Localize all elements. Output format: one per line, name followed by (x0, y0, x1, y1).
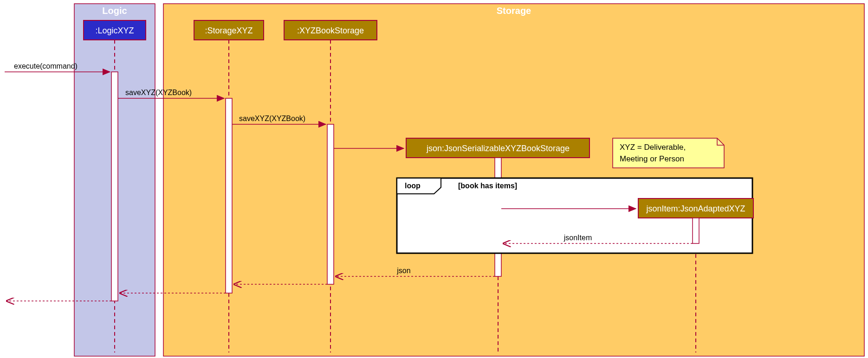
loop-guard: [book has items] (458, 182, 517, 190)
msg-jsonitem-label: jsonItem (564, 234, 592, 242)
activation-storagexyz (226, 98, 232, 293)
participant-logicxyz-label: :LogicXYZ (95, 26, 134, 35)
loop-label: loop (405, 182, 421, 190)
msg-json-label: json (396, 267, 410, 275)
storage-frame-title: Storage (497, 6, 531, 16)
activation-jsonadapted (693, 218, 699, 243)
participant-jsonserializable-label: json:JsonSerializableXYZBookStorage (426, 144, 570, 153)
note-line1: XYZ = Deliverable, (620, 143, 686, 152)
sequence-diagram: Logic Storage :LogicXYZ :StorageXYZ :XYZ… (0, 0, 868, 358)
activation-logicxyz (111, 72, 118, 301)
msg-execute-label: execute(command) (14, 62, 78, 70)
participant-xyzbookstorage-label: :XYZBookStorage (297, 26, 364, 35)
note-xyz: XYZ = Deliverable, Meeting or Person (613, 138, 724, 168)
msg-savexyz-2-label: saveXYZ(XYZBook) (239, 115, 305, 122)
msg-savexyz-1-label: saveXYZ(XYZBook) (125, 89, 192, 96)
logic-frame-title: Logic (102, 6, 127, 16)
participant-storagexyz-label: :StorageXYZ (205, 26, 253, 35)
participant-jsonadapted-label: jsonItem:JsonAdaptedXYZ (646, 204, 745, 213)
note-line2: Meeting or Person (620, 154, 684, 163)
activation-xyzbookstorage (327, 124, 334, 284)
